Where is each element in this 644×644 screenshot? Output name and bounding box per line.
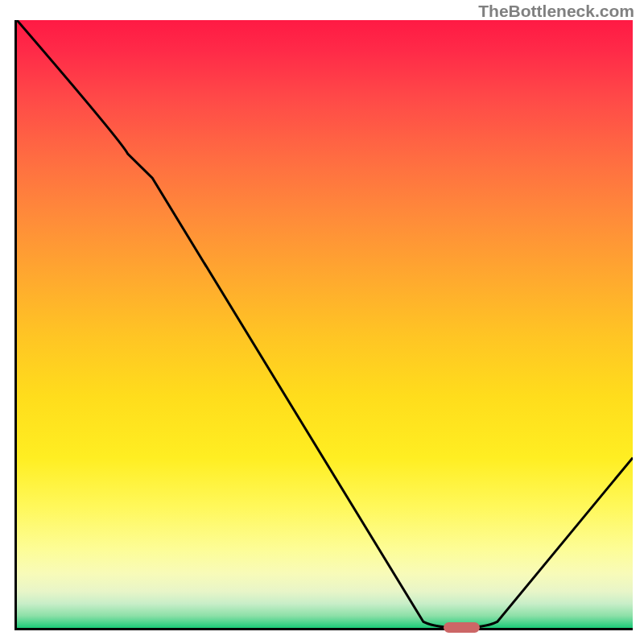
chart-plot-area [14, 20, 633, 630]
chart-curve-svg [17, 20, 633, 628]
watermark-text: TheBottleneck.com [478, 2, 634, 21]
bottleneck-curve-line [17, 20, 633, 628]
optimal-range-marker [444, 622, 480, 633]
